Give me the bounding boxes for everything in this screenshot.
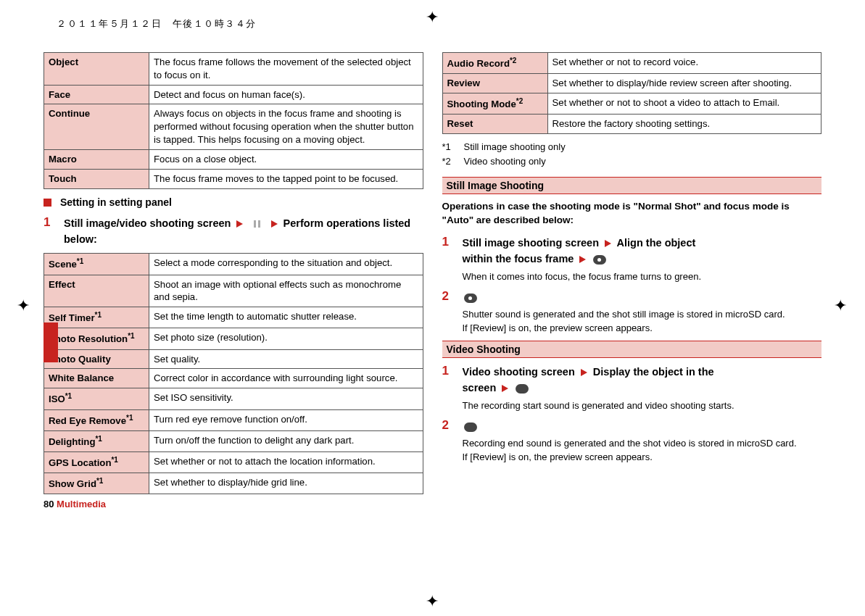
focus-mode-table: ObjectThe focus frame follows the moveme…	[44, 52, 423, 189]
step-description: Recording end sound is generated and the…	[463, 437, 797, 463]
footnote-label: *1	[442, 140, 457, 154]
row-desc: Set quality.	[149, 349, 423, 369]
arrow-icon	[581, 369, 587, 376]
step-text: Recording end sound is generated and the…	[463, 418, 797, 464]
registration-mark-left	[15, 299, 33, 317]
row-desc: Set whether or not to attach the locatio…	[149, 451, 423, 473]
step-text: Still image/video shooting screen Perfor…	[64, 215, 423, 248]
row-desc: Always focus on objects in the focus fra…	[149, 104, 423, 149]
left-column: ObjectThe focus frame follows the moveme…	[44, 52, 423, 509]
still-image-intro: Operations in case the shooting mode is …	[442, 200, 822, 228]
row-label: Object	[44, 53, 149, 86]
video-step-2: 2 Recording end sound is generated and t…	[442, 418, 822, 464]
shutter-button-icon	[593, 255, 606, 265]
section-title-text: Setting in setting panel	[60, 196, 172, 208]
row-label: Touch	[44, 169, 149, 188]
row-desc: Turn red eye remove function on/off.	[149, 409, 423, 430]
section-marker-icon	[44, 199, 51, 207]
row-desc: Set ISO sensitivity.	[149, 388, 423, 409]
still-step-2: 2 Shutter sound is generated and the sho…	[442, 289, 822, 335]
footnote-label: *2	[442, 154, 457, 169]
table-row: ReviewSet whether to display/hide review…	[442, 74, 821, 93]
row-desc: Correct color in accordance with surroun…	[149, 369, 423, 388]
table-row: ResetRestore the factory shooting settin…	[442, 115, 821, 134]
table-row: ISO*1Set ISO sensitivity.	[44, 388, 423, 409]
row-label: White Balance	[44, 369, 149, 388]
arrow-icon	[271, 220, 278, 228]
row-desc: Set whether or not to shoot a video to a…	[547, 93, 821, 115]
footnote-text: Still image shooting only	[464, 140, 566, 154]
table-row: Red Eye Remove*1Turn red eye remove func…	[44, 409, 423, 430]
row-desc: Set whether to display/hide review scree…	[547, 74, 821, 93]
step-number: 2	[442, 418, 455, 464]
side-tab	[44, 322, 58, 362]
row-label: Macro	[44, 149, 149, 169]
row-label: Audio Record*2	[442, 53, 547, 74]
step-number: 2	[442, 289, 455, 335]
registration-mark-top	[423, 10, 442, 29]
settings-table-cont: Audio Record*2Set whether or not to reco…	[442, 52, 822, 134]
table-row: Delighting*1Turn on/off the function to …	[44, 430, 423, 451]
step-text: Shutter sound is generated and the shot …	[463, 289, 785, 335]
row-desc: Focus on a close object.	[149, 149, 423, 169]
table-row: Self Timer*1Set the time length to autom…	[44, 307, 423, 328]
still-image-header: Still Image Shooting	[442, 177, 822, 194]
arrow-icon	[579, 256, 586, 263]
row-desc: Set whether to display/hide grid line.	[149, 473, 423, 494]
footnote-text: Video shooting only	[464, 154, 546, 169]
section-title: Setting in setting panel	[44, 196, 423, 208]
table-row: Show Grid*1Set whether to display/hide g…	[44, 473, 423, 494]
table-row: Shooting Mode*2Set whether or not to sho…	[442, 93, 821, 115]
arrow-icon	[502, 385, 508, 392]
right-column: Audio Record*2Set whether or not to reco…	[442, 52, 822, 509]
table-row: GPS Location*1Set whether or not to atta…	[44, 451, 423, 473]
arrow-icon	[605, 240, 611, 247]
row-desc: Select a mode corresponding to the situa…	[149, 254, 423, 275]
step-number: 1	[44, 215, 57, 248]
row-label: Red Eye Remove*1	[44, 409, 149, 430]
step-1: 1 Still image/video shooting screen Perf…	[44, 215, 423, 248]
table-row: EffectShoot an image with optional effec…	[44, 275, 423, 307]
settings-table: Scene*1Select a mode corresponding to th…	[44, 253, 423, 494]
row-label: GPS Location*1	[44, 451, 149, 473]
row-label: Continue	[44, 104, 149, 149]
row-label: Self Timer*1	[44, 307, 149, 328]
table-row: ObjectThe focus frame follows the moveme…	[44, 53, 423, 86]
row-label: Photo Resolution*1	[44, 328, 149, 349]
table-row: Audio Record*2Set whether or not to reco…	[442, 53, 821, 74]
shutter-button-icon	[464, 294, 477, 303]
table-row: ContinueAlways focus on objects in the f…	[44, 104, 423, 149]
table-row: FaceDetect and focus on human face(s).	[44, 85, 423, 104]
row-label: Show Grid*1	[44, 473, 149, 494]
row-desc: Detect and focus on human face(s).	[149, 85, 423, 104]
video-shooting-header: Video Shooting	[442, 341, 822, 358]
row-label: Reset	[442, 115, 547, 134]
table-row: Scene*1Select a mode corresponding to th…	[44, 254, 423, 275]
step-number: 1	[442, 235, 455, 283]
row-label: Face	[44, 85, 149, 104]
arrow-icon	[236, 220, 243, 228]
record-button-icon	[516, 384, 529, 394]
table-row: Photo QualitySet quality.	[44, 349, 423, 369]
section-name: Multimedia	[57, 499, 106, 509]
row-label: Shooting Mode*2	[442, 93, 547, 115]
row-label: ISO*1	[44, 388, 149, 409]
page-footer: 80 Multimedia	[44, 499, 423, 509]
row-label: Delighting*1	[44, 430, 149, 451]
row-desc: Set photo size (resolution).	[149, 328, 423, 349]
row-label: Effect	[44, 275, 149, 307]
row-label: Photo Quality	[44, 349, 149, 369]
step-description: When it comes into focus, the focus fram…	[463, 270, 702, 283]
table-row: TouchThe focus frame moves to the tapped…	[44, 169, 423, 188]
row-desc: Turn on/off the function to delight any …	[149, 430, 423, 451]
row-label: Review	[442, 74, 547, 93]
row-desc: Set whether or not to record voice.	[547, 53, 821, 74]
table-row: White BalanceCorrect color in accordance…	[44, 369, 423, 388]
registration-mark-right	[832, 299, 850, 317]
row-desc: Restore the factory shooting settings.	[547, 115, 821, 134]
row-desc: Shoot an image with optional effects suc…	[149, 275, 423, 307]
row-label: Scene*1	[44, 254, 149, 275]
footnotes: *1Still image shooting only *2Video shoo…	[442, 140, 822, 168]
settings-slider-icon	[251, 219, 264, 229]
step-description: The recording start sound is generated a…	[463, 399, 734, 412]
